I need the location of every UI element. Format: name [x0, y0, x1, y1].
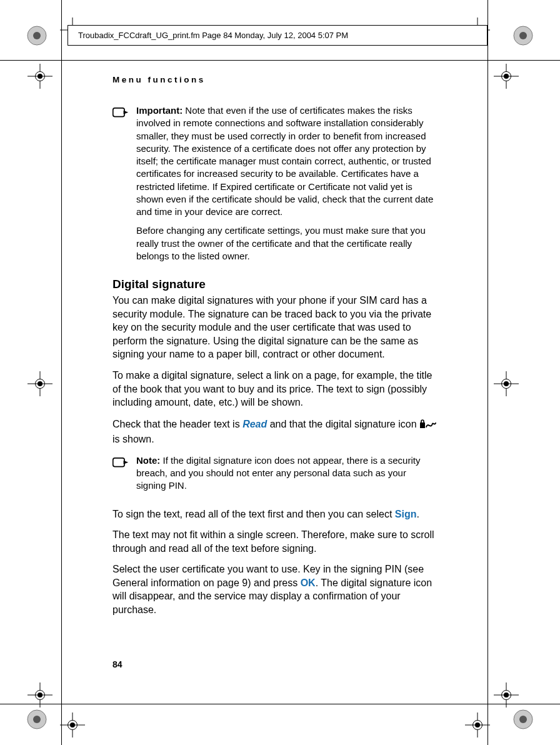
- note-body: Note: If the digital signature icon does…: [136, 454, 438, 499]
- note-callout: Note: If the digital signature icon does…: [112, 454, 438, 499]
- ui-term-ok: OK: [301, 578, 316, 588]
- svg-rect-12: [113, 108, 124, 117]
- registration-cross-icon: [28, 371, 52, 396]
- crop-line-bottom: [0, 704, 560, 704]
- page-content: Menu functions Important: Note that even…: [112, 75, 438, 669]
- section-heading: Digital signature: [112, 278, 438, 291]
- note-icon: [112, 456, 129, 472]
- important-text-2: Before changing any certificate settings…: [136, 224, 438, 262]
- svg-rect-14: [420, 422, 425, 428]
- crop-line-top: [0, 60, 560, 61]
- running-head: Menu functions: [112, 75, 438, 84]
- important-icon: [112, 106, 129, 122]
- body-p2: To make a digital signature, select a li…: [112, 369, 438, 409]
- page-number: 84: [112, 659, 438, 669]
- svg-rect-15: [113, 458, 124, 467]
- note-label: Note:: [136, 455, 160, 466]
- svg-marker-16: [124, 460, 129, 464]
- registration-cross-icon: [494, 682, 519, 708]
- body-p1: You can make digital signatures with you…: [112, 294, 438, 361]
- crop-line-right: [488, 0, 488, 745]
- slug-text: Troubadix_FCCdraft_UG_print.fm Page 84 M…: [78, 31, 348, 40]
- registration-cross-icon: [494, 64, 519, 89]
- registration-cross-icon: [494, 371, 519, 396]
- note-text: If the digital signature icon does not a…: [136, 455, 420, 491]
- important-body: Important: Note that even if the use of …: [136, 104, 438, 269]
- registration-coin-icon: [512, 25, 534, 46]
- registration-coin-icon: [512, 709, 534, 730]
- ui-term-read: Read: [242, 419, 267, 429]
- registration-cross-icon: [28, 64, 52, 89]
- svg-point-5: [519, 32, 527, 39]
- registration-coin-icon: [26, 709, 48, 730]
- registration-cross-icon: [465, 712, 490, 738]
- svg-point-8: [33, 716, 41, 723]
- registration-cross-icon: [28, 682, 52, 708]
- print-header-slug: Troubadix_FCCdraft_UG_print.fm Page 84 M…: [68, 25, 488, 46]
- registration-coin-icon: [26, 25, 48, 46]
- registration-cross-icon: [60, 712, 85, 738]
- important-label: Important:: [136, 105, 182, 116]
- body-p3: Check that the header text is Read and t…: [112, 417, 438, 447]
- body-p4: To sign the text, read all of the text f…: [112, 508, 438, 521]
- ui-term-sign: Sign: [395, 509, 417, 519]
- svg-marker-13: [124, 111, 129, 114]
- crop-line-left: [61, 0, 62, 745]
- body-p5: The text may not fit within a single scr…: [112, 528, 438, 555]
- important-text-1: Note that even if the use of certificate…: [136, 105, 433, 217]
- important-callout: Important: Note that even if the use of …: [112, 104, 438, 269]
- svg-point-11: [519, 716, 527, 723]
- svg-point-2: [33, 32, 41, 39]
- digital-signature-icon: [419, 419, 436, 429]
- body-p6: Select the user certificate you want to …: [112, 562, 438, 616]
